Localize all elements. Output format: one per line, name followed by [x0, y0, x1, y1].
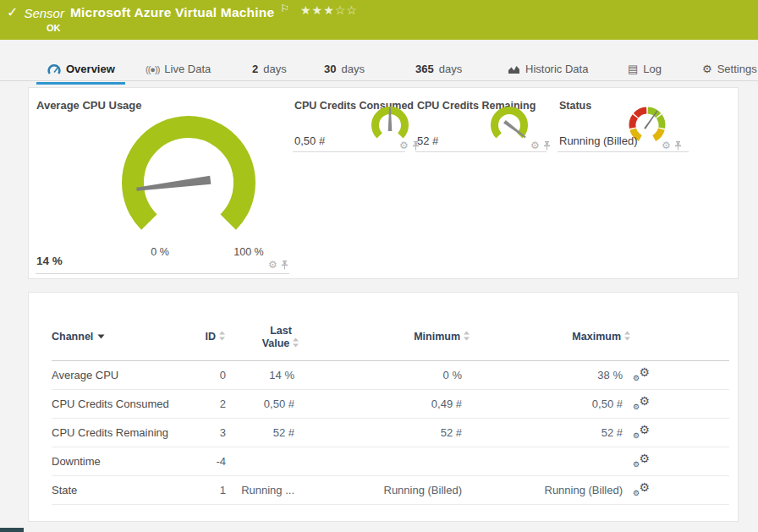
broadcast-icon: ((●)) [146, 64, 159, 74]
ok-check-icon: ✓ [7, 6, 18, 19]
primary-gauge-value: 14 % [36, 255, 63, 267]
gear-icon: ⚙ [639, 395, 650, 407]
sensor-name: Microsoft Azure Virtual Machine [70, 5, 274, 20]
column-header-last-value[interactable]: Last Value [245, 325, 316, 351]
gauge-max-label: 100 % [223, 246, 274, 258]
gauge-icon [47, 63, 61, 74]
panel-gear-icon[interactable]: ⚙ [662, 140, 671, 151]
mini-panel-cpu-credits-consumed: CPU Credits Consumed 0,50 # ⚙ [293, 88, 420, 278]
sensor-tabbar: Overview ((●)) Live Data 2 days 30 days … [0, 40, 758, 81]
mini-gauge-value: 0,50 # [294, 134, 325, 147]
minimum-cell: 0,49 # [350, 398, 462, 410]
last-value-cell: 52 # [211, 426, 294, 439]
gear-icon: ⚙ [639, 481, 650, 493]
maximum-cell: 38 % [511, 369, 623, 381]
column-header-minimum[interactable]: Minimum [350, 331, 470, 343]
mini-panel-icons: ⚙ [530, 140, 551, 151]
channel-name-cell[interactable]: State [52, 484, 77, 496]
tab-log[interactable]: ▤ Log [628, 63, 662, 75]
column-header-id[interactable]: ID [147, 331, 226, 343]
gear-icon: ⚙ [633, 403, 640, 411]
gear-icon: ⚙ [639, 452, 650, 464]
sensor-status-badge: OK [47, 23, 61, 33]
channel-rows: Average CPU014 %0 %38 %⚙⚙CPU Credits Con… [29, 361, 738, 505]
footer-bar-fragment [0, 528, 24, 532]
status-gauge-value: Running (Billed) [559, 134, 638, 147]
channel-settings-icon[interactable]: ⚙⚙ [633, 395, 650, 412]
maximum-cell: Running (Billed) [511, 484, 623, 496]
minimum-cell: 0 % [350, 369, 462, 381]
gear-icon: ⚙ [633, 375, 640, 382]
primary-panel-icons: ⚙ [268, 260, 288, 270]
tab-settings[interactable]: ⚙ Settings [702, 63, 757, 75]
tab-historic-label: Historic Data [525, 63, 588, 75]
tab-settings-label: Settings [717, 63, 757, 75]
minimum-cell: 52 # [350, 426, 462, 439]
sort-icon [292, 337, 299, 351]
gauge-needle [136, 176, 211, 194]
area-chart-icon [508, 64, 520, 74]
column-header-maximum[interactable]: Maximum [511, 331, 631, 343]
tab-live-data[interactable]: ((●)) Live Data [146, 63, 211, 75]
channel-name-cell[interactable]: Average CPU [52, 369, 118, 381]
panel-divider [293, 151, 405, 152]
mini-panel-cpu-credits-remaining: CPU Credits Remaining 52 # ⚙ [415, 88, 555, 278]
channel-settings-icon[interactable]: ⚙⚙ [633, 452, 650, 469]
tab-overview[interactable]: Overview [47, 63, 115, 75]
tab-live-data-label: Live Data [164, 63, 211, 75]
table-row[interactable]: Downtime-4⚙⚙ [29, 447, 738, 476]
last-value-cell: Running ... [211, 484, 294, 496]
gear-icon: ⚙ [639, 366, 650, 378]
channel-settings-icon[interactable]: ⚙⚙ [633, 481, 650, 498]
channel-settings-icon[interactable]: ⚙⚙ [633, 424, 650, 441]
maximum-cell: 52 # [511, 426, 623, 439]
sensor-title-row: ✓ Sensor Microsoft Azure Virtual Machine… [7, 5, 358, 20]
table-row[interactable]: State1Running ...Running (Billed)Running… [29, 476, 738, 505]
mini-panel-icons: ⚙ [662, 140, 682, 151]
table-row[interactable]: CPU Credits Consumed20,50 #0,49 #0,50 #⚙… [29, 390, 738, 419]
channel-id-cell: -4 [147, 455, 226, 468]
table-row[interactable]: Average CPU014 %0 %38 %⚙⚙ [29, 361, 738, 390]
channel-table: Channel ID Last Value Minimum Maximum Av… [28, 292, 739, 522]
table-row[interactable]: CPU Credits Remaining352 #52 #52 #⚙⚙ [29, 419, 738, 447]
mini-gauge-title: Status [559, 100, 591, 112]
priority-stars[interactable]: ★★★☆☆ [300, 3, 358, 17]
mini-panel-status: Status Running (Billed) ⚙ [558, 88, 722, 278]
maximum-cell: 0,50 # [511, 398, 623, 410]
tab-historic-data[interactable]: Historic Data [508, 63, 588, 75]
pin-icon[interactable] [281, 261, 288, 270]
gear-icon: ⚙ [639, 424, 650, 436]
tab-365-days[interactable]: 365 days [415, 63, 462, 75]
gauge-min-label: 0 % [135, 246, 185, 258]
gear-icon: ⚙ [633, 432, 640, 440]
panel-divider [36, 273, 289, 274]
pin-icon[interactable] [543, 141, 551, 151]
mini-gauge-value: 52 # [417, 134, 438, 147]
channel-settings-icon[interactable]: ⚙⚙ [633, 366, 650, 383]
sort-desc-icon [97, 334, 105, 339]
sensor-header: ✓ Sensor Microsoft Azure Virtual Machine… [0, 0, 758, 40]
log-icon: ▤ [628, 63, 638, 74]
channel-name-cell[interactable]: Downtime [52, 455, 101, 468]
gear-icon: ⚙ [702, 63, 712, 74]
column-header-channel[interactable]: Channel [52, 331, 105, 343]
average-cpu-gauge [100, 108, 277, 254]
panel-divider [558, 151, 689, 152]
gear-icon: ⚙ [633, 461, 640, 469]
gear-icon: ⚙ [633, 490, 640, 497]
pin-icon[interactable] [674, 141, 682, 151]
sort-icon [218, 331, 226, 343]
minimum-cell: Running (Billed) [350, 484, 462, 496]
cpu-credits-remaining-gauge [482, 101, 536, 147]
panel-gear-icon[interactable]: ⚙ [530, 140, 540, 151]
panel-gear-icon[interactable]: ⚙ [399, 140, 409, 151]
tab-30-days[interactable]: 30 days [324, 63, 365, 75]
priority-flag-icon[interactable]: ⚐ [280, 3, 289, 14]
tab-2-days[interactable]: 2 days [252, 63, 287, 75]
sort-icon [463, 331, 470, 343]
last-value-cell: 0,50 # [211, 398, 294, 410]
panel-divider [415, 151, 547, 152]
panel-gear-icon[interactable]: ⚙ [268, 260, 277, 270]
object-kind-label: Sensor [24, 6, 64, 20]
last-value-cell: 14 % [211, 369, 294, 381]
